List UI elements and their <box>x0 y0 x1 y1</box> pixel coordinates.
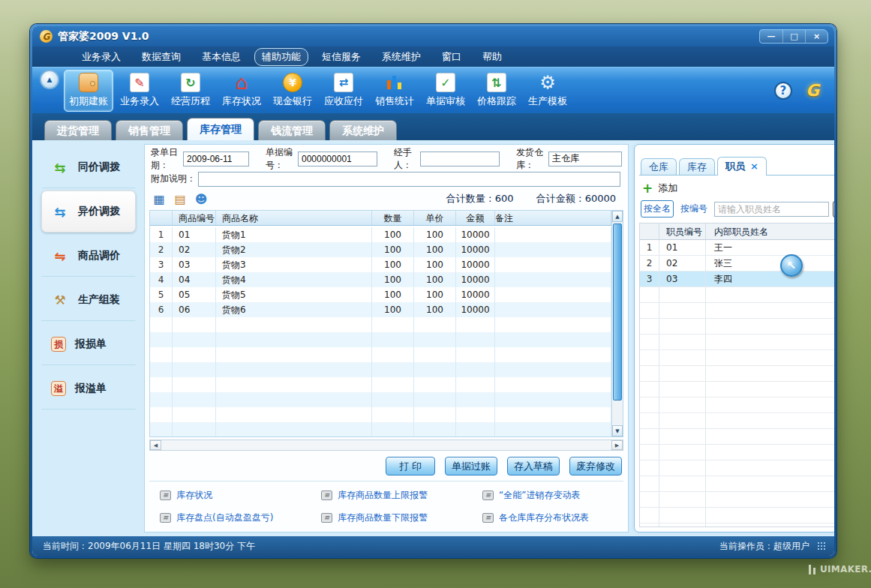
toolbar-button[interactable]: 现金银行 <box>268 70 317 112</box>
module-tab[interactable]: 钱流管理 <box>258 120 326 140</box>
menu-item[interactable]: 业务录入 <box>74 48 128 66</box>
date-input[interactable] <box>183 152 249 166</box>
row-number-header <box>640 224 659 239</box>
row-number: 1 <box>640 240 659 255</box>
total-amount: 合计金额：60000 <box>536 192 616 206</box>
toolbar-button[interactable]: 生产模板 <box>523 70 572 112</box>
cell-code: 01 <box>173 227 216 242</box>
scroll-right-button[interactable] <box>611 440 623 450</box>
toolbar-button[interactable]: 销售统计 <box>370 70 419 112</box>
report-link[interactable]: “全能”进销存变动表 <box>482 489 622 502</box>
scrollbar-thumb[interactable] <box>613 224 622 400</box>
action-button[interactable]: 单据过账 <box>445 457 497 476</box>
report-link-label: 各仓库库存分布状况表 <box>499 512 589 524</box>
add-staff-button[interactable]: + 添加 <box>639 176 834 199</box>
menu-item[interactable]: 帮助 <box>475 48 509 66</box>
warehouse-input[interactable] <box>548 152 622 166</box>
empty-row <box>150 422 611 436</box>
report-link[interactable]: 库存商品数量上限报警 <box>321 489 482 502</box>
staff-icon[interactable] <box>194 192 208 206</box>
sidebar-item[interactable]: 报损单 <box>41 323 136 365</box>
tab-close-icon[interactable]: × <box>750 158 758 176</box>
toolbar-button[interactable]: 库存状况 <box>217 70 266 112</box>
status-bar: 当前时间：2009年06月11日 星期四 18时30分 下午 当前操作员：超级用… <box>32 536 834 556</box>
handler-input[interactable] <box>420 152 500 166</box>
toolbar-button[interactable]: 应收应付 <box>319 70 368 112</box>
report-link[interactable]: 库存盘点(自动盘盈盘亏) <box>160 512 321 524</box>
warehouse-icon[interactable] <box>152 192 166 206</box>
table-row[interactable]: 1 01 货物1 100 100 10000 <box>150 227 611 242</box>
maximize-button[interactable]: □ <box>782 30 805 43</box>
staff-row[interactable]: 2 02 张三 <box>640 256 834 272</box>
voucher-panel: 录单日期： 单据编号： 经手人： 发货仓库： 附加说明： <box>144 144 629 532</box>
report-link[interactable]: 各仓库库存分布状况表 <box>482 512 622 524</box>
toolbar-button[interactable]: 价格跟踪 <box>472 70 521 112</box>
report-link-label: “全能”进销存变动表 <box>499 489 580 502</box>
cell-name: 货物5 <box>216 287 372 302</box>
menu-item[interactable]: 辅助功能 <box>254 48 308 66</box>
scroll-down-button[interactable] <box>612 425 623 436</box>
module-tab[interactable]: 销售管理 <box>116 120 183 140</box>
scroll-left-button[interactable] <box>150 440 161 450</box>
action-button[interactable]: 存入草稿 <box>507 457 560 476</box>
scroll-up-button[interactable] <box>612 211 623 222</box>
cell-amount: 10000 <box>456 227 495 242</box>
action-button[interactable]: 废弃修改 <box>569 457 622 476</box>
resize-grip[interactable] <box>817 542 827 551</box>
cell-name: 货物4 <box>216 272 372 287</box>
module-tab[interactable]: 系统维护 <box>329 120 397 140</box>
close-button[interactable]: × <box>805 30 827 43</box>
toolbar-button[interactable]: 业务录入 <box>115 70 164 112</box>
col-header-price: 单价 <box>414 211 456 225</box>
assemble-icon <box>51 291 69 309</box>
sidebar-item[interactable]: 商品调价 <box>41 235 136 277</box>
filter-by-code[interactable]: 按编号 <box>677 200 710 218</box>
report-link[interactable]: 库存商品数量下限报警 <box>321 512 482 524</box>
menu-item[interactable]: 窗口 <box>434 48 469 66</box>
lookup-tab[interactable]: 库存 × <box>679 158 715 175</box>
table-row[interactable]: 5 05 货物5 100 100 10000 <box>150 287 611 302</box>
table-row[interactable]: 6 06 货物6 100 100 10000 <box>150 302 611 317</box>
menu-item[interactable]: 短信服务 <box>314 48 368 66</box>
date-label: 录单日期： <box>151 146 181 172</box>
module-tab[interactable]: 库存管理 <box>187 118 254 140</box>
toolbar-button[interactable]: 单据审核 <box>421 70 470 112</box>
menu-item[interactable]: 系统维护 <box>374 48 428 66</box>
report-link[interactable]: 库存状况 <box>160 489 321 502</box>
lookup-tab[interactable]: 仓库 × <box>641 158 677 175</box>
collapse-toolbar-button[interactable] <box>40 70 59 89</box>
help-icon[interactable]: ? <box>774 82 792 100</box>
titlebar[interactable]: G 管家婆2009 V1.0 — □ × <box>32 26 834 46</box>
menu-item[interactable]: 数据查询 <box>134 48 188 66</box>
toolbar-button[interactable]: 经营历程 <box>166 70 215 112</box>
search-button[interactable]: 搜索 <box>833 201 834 218</box>
cell-price: 100 <box>414 227 456 242</box>
minimize-button[interactable]: — <box>760 30 782 43</box>
cell-remark <box>495 257 611 272</box>
horizontal-scrollbar[interactable] <box>149 440 623 451</box>
staff-row[interactable]: 1 01 王一 <box>640 240 834 256</box>
row-number: 5 <box>150 287 173 302</box>
sidebar-item[interactable]: 报溢单 <box>41 368 136 410</box>
staff-search-input[interactable] <box>714 202 829 217</box>
voucher-no-input[interactable] <box>298 152 377 166</box>
staff-row[interactable]: 3 03 李四 <box>640 272 834 287</box>
sidebar-item[interactable]: 异价调拨 <box>41 190 136 232</box>
toolbar-button[interactable]: 初期建账 <box>64 70 113 112</box>
document-icon[interactable] <box>173 192 187 206</box>
module-tab[interactable]: 进货管理 <box>44 120 112 140</box>
note-input[interactable] <box>198 172 620 187</box>
app-window: G 管家婆2009 V1.0 — □ × 业务录入 数据查询 基本信息 辅助功能… <box>30 24 836 558</box>
menu-item[interactable]: 基本信息 <box>194 48 248 66</box>
table-row[interactable]: 4 04 货物4 100 100 10000 <box>150 272 611 287</box>
report-icon <box>482 490 494 500</box>
sidebar-item[interactable]: 同价调拨 <box>41 146 136 188</box>
table-row[interactable]: 3 03 货物3 100 100 10000 <box>150 257 611 272</box>
vertical-scrollbar[interactable] <box>611 211 623 436</box>
lookup-tab[interactable]: 职员 × <box>717 157 767 176</box>
action-button[interactable]: 打 印 <box>386 457 435 476</box>
filter-by-name[interactable]: 按全名 <box>641 200 674 218</box>
sidebar-item[interactable]: 生产组装 <box>41 279 136 321</box>
table-row[interactable]: 2 02 货物2 100 100 10000 <box>150 242 611 257</box>
cell-remark <box>495 272 611 287</box>
